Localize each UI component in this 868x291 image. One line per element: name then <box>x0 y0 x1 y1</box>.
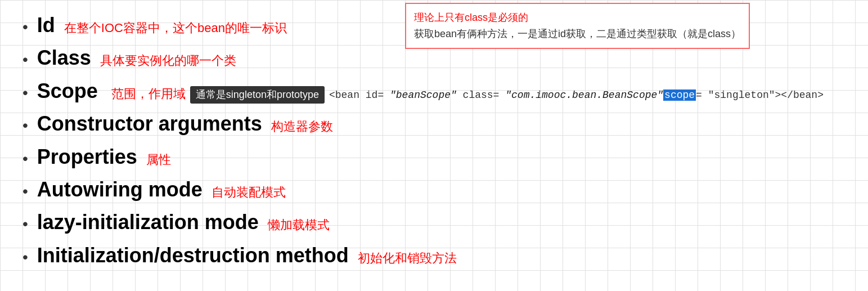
bullet-icon: • <box>23 181 28 199</box>
scope-code: <bean id= "beanScope" class= "com.imooc.… <box>329 88 824 102</box>
list-item: • Properties 属性 <box>23 143 845 171</box>
bullet-icon: • <box>23 83 28 101</box>
item-desc-class: 具体要实例化的哪一个类 <box>100 52 236 70</box>
scope-badge: 通常是singleton和prototype <box>190 86 325 104</box>
item-label-constructor: Constructor arguments <box>37 110 262 138</box>
bullet-icon: • <box>23 17 28 35</box>
code-id-val: "beanScope" <box>384 89 457 101</box>
tooltip-line1: 理论上只有class是必须的 <box>414 10 741 26</box>
code-tag-open: <bean id= <box>329 89 384 101</box>
item-desc-constructor: 构造器参数 <box>271 118 333 136</box>
list-item: • Constructor arguments 构造器参数 <box>23 110 845 138</box>
item-label-autowiring: Autowiring mode <box>37 176 203 204</box>
tooltip-box: 理论上只有class是必须的 获取bean有俩种方法，一是通过id获取，二是通过… <box>405 3 750 49</box>
item-desc-autowiring: 自动装配模式 <box>212 184 286 202</box>
item-desc-properties: 属性 <box>146 151 171 169</box>
item-label-class: Class <box>37 44 91 72</box>
code-equals: = "singleton"></bean> <box>696 89 824 101</box>
bullet-icon: • <box>23 247 28 265</box>
list-item: • Scope 范围，作用域 通常是singleton和prototype <b… <box>23 77 845 105</box>
list-item: • Autowiring mode 自动装配模式 <box>23 176 845 204</box>
item-desc-scope: 范围，作用域 <box>111 86 186 103</box>
code-class-attr: class= <box>457 89 500 101</box>
item-label-init: Initialization/destruction method <box>37 241 349 270</box>
item-desc-init: 初始化和销毁方法 <box>358 250 457 267</box>
list-item: • Initialization/destruction method 初始化和… <box>23 241 845 270</box>
code-scope-highlight: scope <box>663 89 696 101</box>
list-item: • lazy-initialization mode 懒加载模式 <box>23 208 845 236</box>
bullet-icon: • <box>23 214 28 232</box>
item-label-lazy: lazy-initialization mode <box>37 208 259 236</box>
item-label-scope: Scope <box>37 77 98 105</box>
item-label-id: Id <box>37 11 55 39</box>
code-class-val: "com.imooc.bean.BeanScope" <box>499 89 663 101</box>
bean-attributes-list: • Id 在整个IOC容器中，这个bean的唯一标识 • Class 具体要实例… <box>23 11 845 270</box>
bullet-icon: • <box>23 149 28 167</box>
tooltip-line2: 获取bean有俩种方法，一是通过id获取，二是通过类型获取（就是class） <box>414 26 741 42</box>
bullet-icon: • <box>23 50 28 68</box>
scope-row: Scope 范围，作用域 通常是singleton和prototype <bea… <box>37 77 824 105</box>
bullet-icon: • <box>23 115 28 133</box>
item-desc-lazy: 懒加载模式 <box>268 217 330 234</box>
item-label-properties: Properties <box>37 143 137 171</box>
item-desc-id: 在整个IOC容器中，这个bean的唯一标识 <box>64 20 287 37</box>
